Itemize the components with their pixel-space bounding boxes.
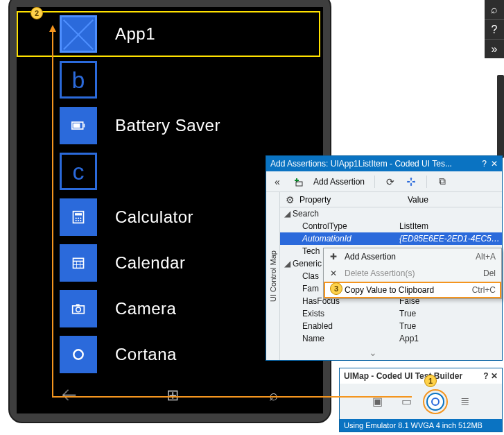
property-row[interactable]: EnabledTrue [280, 320, 502, 332]
context-menu-item: ✕Delete Assertion(s)Del [324, 265, 501, 282]
svg-point-8 [76, 220, 77, 221]
help-icon[interactable]: ? [482, 159, 487, 169]
svg-rect-2 [84, 124, 85, 128]
context-menu-item[interactable]: ⧉Copy Value to ClipboardCtrl+C [324, 282, 501, 298]
search-icon[interactable]: ⌕ [269, 386, 278, 404]
app-label: Calendar [115, 253, 185, 273]
app-item-app1[interactable]: App1 [17, 11, 320, 57]
coded-ui-test-builder-panel: UIMap - Coded UI Test Builder ? ✕ ▣ ▭ ≣ … [339, 368, 503, 432]
add-assertion-icon[interactable] [293, 176, 304, 187]
property-row[interactable]: ControlTypeListItem [280, 220, 502, 232]
builder-status-bar: Using Emulator 8.1 WVGA 4 inch 512MB [340, 419, 502, 432]
svg-rect-4 [75, 213, 82, 215]
svg-point-18 [76, 307, 81, 312]
svg-rect-1 [73, 123, 80, 128]
svg-rect-11 [73, 258, 84, 268]
svg-rect-17 [76, 304, 80, 306]
context-menu-item[interactable]: ✚Add AssertionAlt+A [324, 248, 501, 265]
help-icon[interactable]: ? [485, 19, 504, 39]
placeholder-x-icon [60, 15, 97, 53]
emulator-side-toolbar: ⌕ ? » [485, 0, 504, 158]
crosshair-icon[interactable] [426, 393, 444, 411]
svg-point-6 [78, 218, 79, 219]
generate-code-icon[interactable]: ≣ [455, 393, 473, 411]
close-icon[interactable]: ✕ [491, 159, 498, 169]
show-steps-icon[interactable]: ▭ [397, 393, 415, 411]
letter-b-icon: b [60, 61, 97, 99]
windows-icon[interactable]: ⊞ [166, 386, 179, 404]
calendar-icon [60, 244, 97, 282]
expand-icon[interactable]: » [485, 39, 504, 58]
column-property: Property [299, 195, 403, 205]
app-label: App1 [115, 24, 155, 44]
help-icon[interactable]: ? [483, 371, 491, 381]
svg-point-9 [78, 220, 79, 221]
zoom-icon[interactable]: ⌕ [485, 0, 504, 19]
back-icon[interactable]: 🡠 [62, 386, 77, 404]
callout-2: 2 [31, 7, 43, 19]
app-item-battery-saver[interactable]: Battery Saver [17, 103, 323, 148]
app-label: Camera [115, 299, 176, 318]
app-label: Cortana [115, 345, 177, 364]
builder-titlebar[interactable]: UIMap - Coded UI Test Builder ? ✕ [340, 368, 502, 384]
phone-side-button [497, 75, 504, 158]
battery-icon [60, 107, 97, 144]
context-menu: ✚Add AssertionAlt+A✕Delete Assertion(s)D… [323, 248, 502, 299]
phone-nav-bar: 🡠 ⊞ ⌕ [17, 377, 323, 413]
svg-point-5 [76, 218, 77, 219]
refresh-icon[interactable]: ⟳ [385, 176, 396, 187]
close-icon[interactable]: ✕ [491, 371, 498, 381]
calculator-icon [60, 198, 97, 236]
letter-header-b[interactable]: b [17, 57, 323, 103]
svg-point-19 [73, 350, 82, 359]
camera-icon [60, 290, 97, 327]
panel-titlebar[interactable]: Add Assertions: UIApp1ListItem - Coded U… [266, 156, 502, 171]
property-row[interactable]: NameApp1 [280, 332, 502, 345]
record-icon[interactable]: ▣ [368, 393, 386, 411]
group-row[interactable]: ◢Search [280, 207, 502, 220]
collapse-icon[interactable]: « [272, 176, 283, 187]
column-value: Value [408, 195, 502, 205]
callout-1: 1 [424, 375, 437, 387]
panel-toolbar: « Add Assertion ⟳ ⧉ [266, 171, 502, 192]
svg-point-10 [80, 220, 81, 221]
ui-control-map-tab[interactable]: UI Control Map [266, 192, 280, 360]
panel-title: Add Assertions: UIApp1ListItem - Coded U… [270, 159, 478, 169]
callout-3: 3 [330, 282, 342, 295]
svg-point-7 [80, 218, 81, 219]
grid-header: ⚙ Property Value [280, 192, 502, 207]
property-row[interactable]: AutomationId{ED85E6EE-2ED1-4EC5-9EFE [280, 232, 502, 245]
letter-c-icon: c [60, 153, 97, 190]
app-label: Battery Saver [115, 116, 220, 135]
nav-arrows-icon[interactable] [406, 176, 417, 187]
property-row[interactable]: ExistsTrue [280, 307, 502, 320]
gear-icon[interactable]: ⚙ [284, 194, 295, 205]
cortana-icon [60, 336, 97, 373]
builder-title: UIMap - Coded UI Test Builder [344, 371, 483, 381]
scroll-hint-icon: ⌄ [369, 347, 377, 358]
app-label: Calculator [115, 207, 193, 227]
add-assertion-label[interactable]: Add Assertion [313, 177, 365, 187]
builder-toolbar: ▣ ▭ ≣ [340, 384, 502, 419]
copy-icon[interactable]: ⧉ [437, 176, 448, 187]
